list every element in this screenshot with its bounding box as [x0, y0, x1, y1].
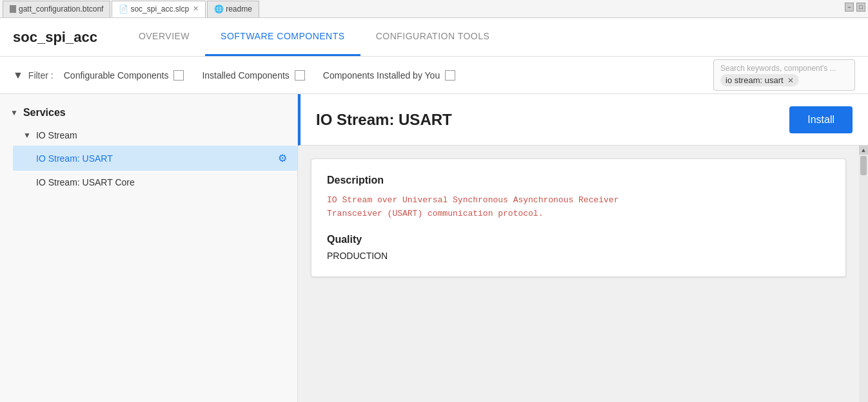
sidebar-item-io-stream-usart-core-label: IO Stream: USART Core: [36, 177, 135, 187]
globe-icon: 🌐: [214, 5, 223, 14]
tab-readme-label: readme: [226, 5, 252, 14]
tab-gatt[interactable]: gatt_configuration.btconf: [3, 1, 110, 17]
filter-configurable-checkbox[interactable]: [173, 70, 184, 81]
nav-tab-config[interactable]: CONFIGURATION TOOLS: [360, 18, 506, 56]
filter-configurable: Configurable Components: [64, 70, 184, 81]
app-title: soc_spi_acc: [13, 29, 97, 46]
header-nav: soc_spi_acc OVERVIEW SOFTWARE COMPONENTS…: [0, 18, 868, 57]
component-title: IO Stream: USART: [316, 111, 789, 129]
tab-slcp[interactable]: 📄 soc_spi_acc.slcp ✕: [112, 1, 206, 17]
gear-icon[interactable]: ⚙: [278, 152, 287, 164]
triangle-down-icon: ▼: [10, 108, 18, 117]
filter-installed-checkbox[interactable]: [295, 70, 305, 81]
tab-slcp-label: soc_spi_acc.slcp: [130, 5, 189, 14]
filter-by-you-label: Components Installed by You: [323, 70, 440, 81]
filter-by-you: Components Installed by You: [323, 70, 455, 81]
title-bar: gatt_configuration.btconf 📄 soc_spi_acc.…: [0, 0, 868, 18]
scrollbar-thumb[interactable]: [860, 156, 867, 175]
maximize-button[interactable]: □: [856, 3, 865, 12]
scrollbar-track: ▲: [859, 146, 868, 402]
tab-readme[interactable]: 🌐 readme: [207, 1, 259, 17]
search-tag-text: io stream: usart: [725, 75, 784, 85]
sidebar-section-services[interactable]: ▼ Services: [0, 100, 297, 125]
search-tag-close-icon[interactable]: ✕: [787, 76, 794, 85]
filter-icon: ▼: [13, 70, 23, 81]
sidebar-group-header-io-stream[interactable]: ▼ IO Stream: [13, 125, 297, 146]
filter-label: Filter :: [28, 70, 54, 81]
detail-panel: Description IO Stream over Universal Syn…: [298, 146, 859, 402]
scroll-area: Description IO Stream over Universal Syn…: [298, 146, 868, 402]
search-tag: io stream: usart ✕: [720, 74, 799, 86]
filter-installed-label: Installed Components: [202, 70, 289, 81]
sidebar-item-io-stream-usart[interactable]: IO Stream: USART ⚙: [13, 146, 297, 171]
triangle-down-icon-io: ▼: [23, 131, 31, 140]
filter-bar: ▼ Filter : Configurable Components Insta…: [0, 57, 868, 94]
file-blue-icon: 📄: [119, 5, 128, 14]
nav-tab-software[interactable]: SOFTWARE COMPONENTS: [205, 18, 360, 56]
search-box[interactable]: Search keywords, component's ... io stre…: [713, 59, 855, 91]
nav-tab-overview[interactable]: OVERVIEW: [123, 18, 205, 56]
install-button[interactable]: Install: [789, 106, 853, 133]
sidebar: ▼ Services ▼ IO Stream IO Stream: USART …: [0, 94, 298, 402]
minimize-button[interactable]: −: [845, 3, 854, 12]
sidebar-item-io-stream-usart-core[interactable]: IO Stream: USART Core: [13, 171, 297, 194]
filter-installed: Installed Components: [202, 70, 304, 81]
tab-close-icon[interactable]: ✕: [193, 5, 199, 13]
component-header: IO Stream: USART Install: [298, 94, 868, 146]
sidebar-group-label: IO Stream: [36, 130, 77, 140]
nav-tabs: OVERVIEW SOFTWARE COMPONENTS CONFIGURATI…: [123, 18, 506, 56]
sidebar-item-io-stream-usart-label: IO Stream: USART: [36, 153, 113, 164]
file-icon: [10, 5, 16, 13]
description-text: IO Stream over Universal Synchronous Asy…: [327, 194, 830, 221]
description-heading: Description: [327, 175, 830, 186]
quality-heading: Quality: [327, 234, 830, 245]
search-placeholder: Search keywords, component's ...: [720, 64, 848, 73]
sidebar-group-io-stream: ▼ IO Stream IO Stream: USART ⚙ IO Stream…: [13, 125, 297, 194]
sidebar-section-label: Services: [23, 107, 66, 119]
detail-card: Description IO Stream over Universal Syn…: [311, 158, 846, 277]
tab-gatt-label: gatt_configuration.btconf: [19, 5, 103, 14]
main-content: ▼ Services ▼ IO Stream IO Stream: USART …: [0, 94, 868, 402]
window-controls: − □: [845, 3, 865, 12]
quality-value: PRODUCTION: [327, 251, 830, 261]
filter-by-you-checkbox[interactable]: [445, 70, 455, 81]
filter-configurable-label: Configurable Components: [64, 70, 169, 81]
right-panel: IO Stream: USART Install Description IO …: [298, 94, 868, 402]
scrollbar-up-arrow[interactable]: ▲: [859, 146, 868, 155]
